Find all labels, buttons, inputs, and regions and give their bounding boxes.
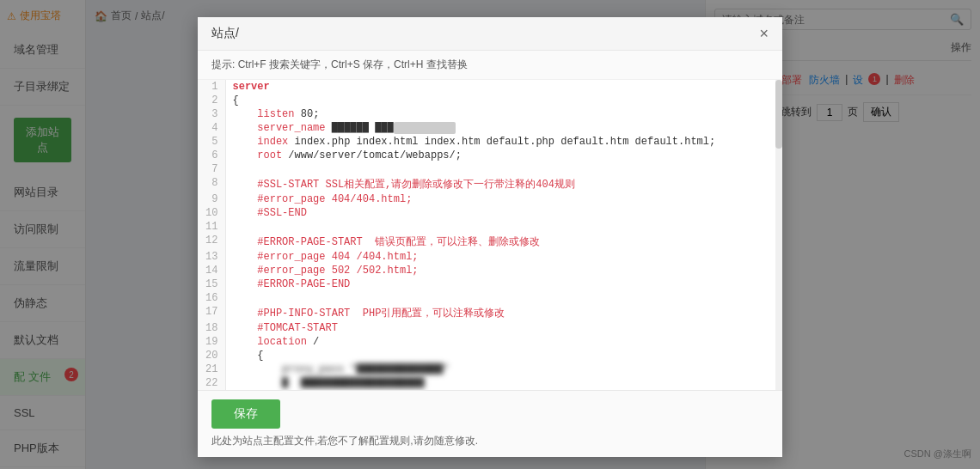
line-number: 15 (198, 277, 225, 291)
line-code: proxy_pass "██████████████" (225, 362, 775, 376)
code-line-21: 21 proxy_pass "██████████████" (198, 362, 775, 376)
line-number: 17 (198, 305, 225, 321)
code-line-12: 12 #ERROR-PAGE-START 错误页配置，可以注释、删除或修改 (198, 234, 775, 250)
line-number: 13 (198, 250, 225, 264)
line-code: #SSL-END (225, 206, 775, 220)
config-modal: 站点/ × 提示: Ctrl+F 搜索关键字，Ctrl+S 保存，Ctrl+H … (198, 17, 782, 457)
line-number: 19 (198, 335, 225, 349)
line-number: 2 (198, 94, 225, 107)
code-line-5: 5 index index.php index.html index.htm d… (198, 135, 775, 149)
code-line-14: 14 #error_page 502 /502.html; (198, 264, 775, 277)
code-table: 1server2{3 listen 80;4 server_name █████… (198, 80, 775, 390)
code-line-17: 17 #PHP-INFO-START PHP引用配置，可以注释或修改 (198, 305, 775, 321)
line-number: 11 (198, 220, 225, 234)
line-number: 21 (198, 362, 225, 376)
line-code: server (225, 80, 775, 94)
line-code (225, 162, 775, 176)
code-line-16: 16 (198, 291, 775, 305)
code-line-4: 4 server_name ██████ ███ ████████ (198, 121, 775, 135)
line-number: 18 (198, 321, 225, 335)
code-line-2: 2{ (198, 94, 775, 107)
code-line-22: 22 █ ████████████████████ (198, 376, 775, 390)
code-line-10: 10 #SSL-END (198, 206, 775, 220)
line-number: 22 (198, 376, 225, 390)
line-number: 14 (198, 264, 225, 277)
code-editor[interactable]: 1server2{3 listen 80;4 server_name █████… (198, 80, 775, 390)
line-code: #ERROR-PAGE-END (225, 277, 775, 291)
line-code: { (225, 94, 775, 107)
modal-overlay: 站点/ × 提示: Ctrl+F 搜索关键字，Ctrl+S 保存，Ctrl+H … (0, 0, 980, 469)
line-code (225, 291, 775, 305)
save-button[interactable]: 保存 (211, 399, 280, 429)
line-code: #error_page 404/404.html; (225, 192, 775, 206)
line-number: 12 (198, 234, 225, 250)
code-line-1: 1server (198, 80, 775, 94)
line-number: 6 (198, 149, 225, 162)
code-line-13: 13 #error_page 404 /404.html; (198, 250, 775, 264)
line-number: 9 (198, 192, 225, 206)
code-line-6: 6 root /www/server/tomcat/webapps/; (198, 149, 775, 162)
line-code: server_name ██████ ███ ████████ (225, 121, 775, 135)
modal-hint: 提示: Ctrl+F 搜索关键字，Ctrl+S 保存，Ctrl+H 查找替换 (198, 51, 782, 80)
line-number: 3 (198, 107, 225, 121)
line-code: #PHP-INFO-START PHP引用配置，可以注释或修改 (225, 305, 775, 321)
code-line-7: 7 (198, 162, 775, 176)
line-code (225, 220, 775, 234)
line-code: #SSL-START SSL相关配置,请勿删除或修改下一行带注释的404规则 (225, 176, 775, 192)
code-line-11: 11 (198, 220, 775, 234)
line-number: 7 (198, 162, 225, 176)
line-number: 20 (198, 349, 225, 362)
modal-footer: 保存 此处为站点主配置文件,若您不了解配置规则,请勿随意修改. (198, 390, 782, 457)
line-code: #error_page 404 /404.html; (225, 250, 775, 264)
modal-body: 1server2{3 listen 80;4 server_name █████… (198, 80, 782, 390)
line-number: 8 (198, 176, 225, 192)
code-line-20: 20 { (198, 349, 775, 362)
scrollbar-thumb[interactable] (775, 80, 782, 149)
line-code: #ERROR-PAGE-START 错误页配置，可以注释、删除或修改 (225, 234, 775, 250)
line-number: 10 (198, 206, 225, 220)
line-code: { (225, 349, 775, 362)
modal-title: 站点/ (211, 26, 239, 41)
footer-hint: 此处为站点主配置文件,若您不了解配置规则,请勿随意修改. (211, 434, 769, 448)
line-code: location / (225, 335, 775, 349)
code-line-8: 8 #SSL-START SSL相关配置,请勿删除或修改下一行带注释的404规则 (198, 176, 775, 192)
line-number: 16 (198, 291, 225, 305)
line-code: index index.php index.html index.htm def… (225, 135, 775, 149)
code-line-18: 18 #TOMCAT-START (198, 321, 775, 335)
line-code: root /www/server/tomcat/webapps/; (225, 149, 775, 162)
modal-close-button[interactable]: × (759, 26, 769, 41)
line-code: #TOMCAT-START (225, 321, 775, 335)
code-line-3: 3 listen 80; (198, 107, 775, 121)
code-line-15: 15 #ERROR-PAGE-END (198, 277, 775, 291)
code-line-9: 9 #error_page 404/404.html; (198, 192, 775, 206)
line-code: #error_page 502 /502.html; (225, 264, 775, 277)
code-line-19: 19 location / (198, 335, 775, 349)
scrollbar-track[interactable] (775, 80, 782, 390)
line-number: 4 (198, 121, 225, 135)
modal-header: 站点/ × (198, 17, 782, 51)
line-code: █ ████████████████████ (225, 376, 775, 390)
line-code: listen 80; (225, 107, 775, 121)
line-number: 1 (198, 80, 225, 94)
line-number: 5 (198, 135, 225, 149)
